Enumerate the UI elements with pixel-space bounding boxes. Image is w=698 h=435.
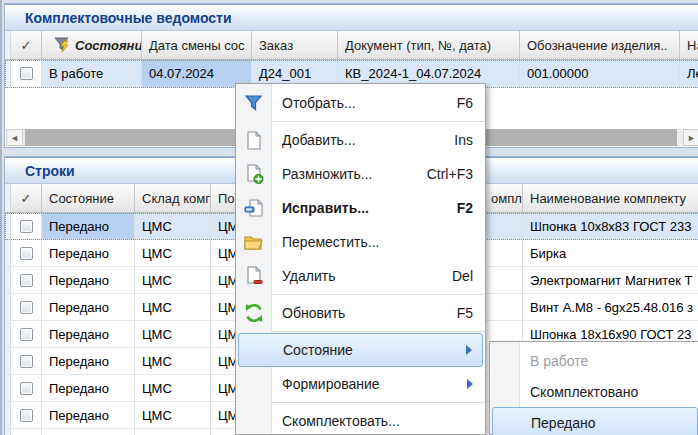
cell-name: Ле xyxy=(680,60,698,87)
panel-title: Строки xyxy=(25,163,75,179)
menu-item-duplicate[interactable]: Размножить... Ctrl+F3 xyxy=(236,157,485,191)
column-header-check[interactable]: ✓ xyxy=(11,184,42,212)
row-checkbox[interactable] xyxy=(20,355,33,368)
cell-warehouse: ЦМС xyxy=(135,267,211,293)
submenu-arrow-icon xyxy=(466,345,472,355)
submenu-item-in-work[interactable]: В работе xyxy=(490,345,698,376)
cell-state: Передано xyxy=(42,267,135,293)
cell-state: Передано xyxy=(42,321,135,347)
row-checkbox-cell xyxy=(11,294,42,320)
submenu-item-transferred[interactable]: Передано xyxy=(492,407,698,435)
cell-warehouse: ЦМС xyxy=(135,375,211,401)
cell-warehouse: ЦМС xyxy=(135,348,211,374)
duplicate-page-icon xyxy=(243,163,265,185)
refresh-icon xyxy=(243,302,265,324)
column-header-designation[interactable]: Обозначение изделия.. xyxy=(520,31,680,59)
menu-item-assemble[interactable]: Скомплектовать... xyxy=(236,404,485,435)
cell-state xyxy=(42,429,135,435)
cell-name: Шпонка 10х8х83 ГОСТ 233 xyxy=(523,213,698,239)
filter-icon xyxy=(243,92,265,114)
add-page-icon xyxy=(243,129,265,151)
row-checkbox[interactable] xyxy=(20,301,33,314)
menu-separator xyxy=(236,402,485,403)
column-header-name[interactable]: На xyxy=(680,31,698,59)
row-checkbox[interactable] xyxy=(20,67,33,80)
row-checkbox-cell xyxy=(11,375,42,401)
cell-warehouse: ЦМС xyxy=(135,402,211,428)
column-header-name[interactable]: Наименование комплекту xyxy=(523,184,698,212)
column-header-check[interactable]: ✓ xyxy=(11,31,42,59)
column-header-state[interactable]: Состояни xyxy=(42,31,142,59)
row-checkbox[interactable] xyxy=(20,247,33,260)
row-checkbox-cell xyxy=(11,402,42,428)
move-folder-icon xyxy=(243,231,265,253)
menu-item-add[interactable]: Добавить... Ins xyxy=(236,123,485,157)
menu-separator xyxy=(236,294,485,295)
cell-name: Бирка xyxy=(523,240,698,266)
cell-warehouse: ЦМС xyxy=(135,321,211,347)
top-grid-header: ✓ Состояни Дата смены сос Заказ Документ… xyxy=(5,31,698,60)
row-checkbox-cell xyxy=(11,321,42,347)
row-checkbox[interactable] xyxy=(20,409,33,422)
scroll-left-button[interactable]: ◄ xyxy=(6,129,23,146)
context-menu: Отобрать... F6 Добавить... Ins xyxy=(235,83,486,435)
submenu-arrow-icon xyxy=(467,379,473,389)
column-header-date[interactable]: Дата смены сос xyxy=(142,31,252,59)
menu-item-state[interactable]: Состояние xyxy=(238,333,483,367)
row-checkbox[interactable] xyxy=(20,382,33,395)
cell-state: Передано xyxy=(42,402,135,428)
cell-name: Винт А.М8 - 6gx25.48.016 з xyxy=(523,294,698,320)
row-checkbox-cell xyxy=(11,240,42,266)
cell-state: Передано xyxy=(42,294,135,320)
cell-state: Передано xyxy=(42,348,135,374)
submenu-item-assembled[interactable]: Скомплектовано xyxy=(490,376,698,407)
menu-item-refresh[interactable]: Обновить F5 xyxy=(236,296,485,330)
menu-item-edit[interactable]: Исправить... F2 xyxy=(236,191,485,225)
column-header-warehouse[interactable]: Склад комп. xyxy=(135,184,211,212)
row-checkbox[interactable] xyxy=(20,220,33,233)
menu-separator xyxy=(236,121,485,122)
cell-warehouse: ЦМС xyxy=(135,240,211,266)
panel-title-bar: Комплектовочные ведомости xyxy=(5,4,698,31)
row-checkbox-cell xyxy=(11,348,42,374)
cell-state: Передано xyxy=(42,375,135,401)
scroll-right-button[interactable]: ► xyxy=(683,129,698,146)
cell-state: В работе xyxy=(42,60,142,87)
app-window: Комплектовочные ведомости ✓ Состояни Дат… xyxy=(0,0,698,435)
row-checkbox-cell xyxy=(11,213,42,239)
cell-warehouse: ЦМС xyxy=(135,213,211,239)
panel-title: Комплектовочные ведомости xyxy=(25,10,232,26)
cell-warehouse xyxy=(135,429,211,435)
cell-state: Передано xyxy=(42,240,135,266)
delete-page-icon xyxy=(243,265,265,287)
menu-item-filter[interactable]: Отобрать... F6 xyxy=(236,86,485,120)
cell-state: Передано xyxy=(42,213,135,239)
menu-item-delete[interactable]: Удалить Del xyxy=(236,259,485,293)
row-checkbox-cell xyxy=(11,267,42,293)
row-checkbox-cell xyxy=(11,60,42,87)
row-checkbox[interactable] xyxy=(20,328,33,341)
column-header-order[interactable]: Заказ xyxy=(252,31,338,59)
row-checkbox-cell xyxy=(11,429,42,435)
cell-designation: 001.00000 xyxy=(520,60,680,87)
row-checkbox[interactable] xyxy=(20,274,33,287)
cell-warehouse: ЦМС xyxy=(135,294,211,320)
edit-icon xyxy=(243,197,265,219)
menu-item-forming[interactable]: Формирование xyxy=(236,367,485,401)
menu-item-move[interactable]: Переместить... xyxy=(236,225,485,259)
cell-name: Электромагнит Магнитек Т xyxy=(523,267,698,293)
column-header-state[interactable]: Состояние xyxy=(42,184,135,212)
filter-bolt-icon xyxy=(54,37,71,53)
menu-separator xyxy=(236,331,485,332)
column-header-document[interactable]: Документ (тип, №, дата) xyxy=(338,31,520,59)
state-submenu: В работе Скомплектовано Передано xyxy=(489,341,698,435)
